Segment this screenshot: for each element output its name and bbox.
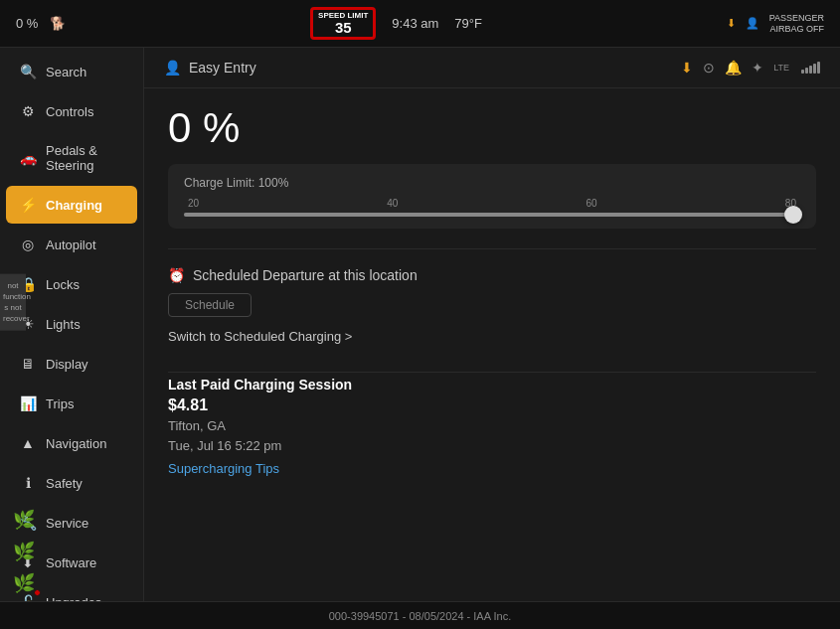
scheduled-title: ⏰ Scheduled Departure at this location	[168, 267, 816, 283]
divider-2	[168, 372, 816, 373]
sidebar-label-lights: Lights	[46, 317, 81, 332]
last-session-amount: $4.81	[168, 396, 816, 414]
slider-mark-40: 40	[387, 198, 398, 209]
scheduled-title-text: Scheduled Departure at this location	[193, 267, 418, 283]
current-time: 9:43 am	[392, 16, 438, 31]
easy-entry-label: Easy Entry	[189, 60, 256, 76]
lte-label: LTE	[773, 63, 789, 73]
last-session-location: Tifton, GA Tue, Jul 16 5:22 pm	[168, 416, 816, 455]
bell-icon[interactable]: 🔔	[725, 60, 742, 76]
status-right: ⬇ 👤 PASSENGERAIRBAG OFF	[727, 13, 824, 35]
schedule-tab[interactable]: Schedule	[168, 293, 252, 317]
clock-icon: ⏰	[168, 267, 185, 283]
footer: 000-39945071 - 08/05/2024 - IAA Inc.	[0, 601, 840, 629]
last-session-section: Last Paid Charging Session $4.81 Tifton,…	[168, 377, 816, 476]
sidebar-item-display[interactable]: 🖥 Display	[6, 345, 137, 383]
charge-slider-labels: 20 40 60 80	[184, 198, 800, 209]
status-bar: 0 % 🐕 SPEED LIMIT 35 9:43 am 79°F ⬇ 👤 PA…	[0, 0, 840, 48]
sidebar-label-search: Search	[46, 65, 86, 79]
sidebar-label-upgrades: Upgrades	[46, 595, 101, 602]
easy-entry-header: 👤 Easy Entry ⬇ ⊙ 🔔 ✦ LTE	[144, 48, 840, 88]
charge-percent: 0 %	[168, 104, 816, 152]
switch-charging-label: Switch to Scheduled Charging >	[168, 329, 352, 344]
last-session-city: Tifton, GA	[168, 418, 226, 433]
pedals-icon: 🚗	[20, 150, 36, 166]
sidebar-item-search[interactable]: 🔍 Search	[6, 53, 137, 90]
sidebar-label-charging: Charging	[46, 198, 102, 213]
bottom-icon-1[interactable]: 🌿	[6, 506, 42, 534]
charging-content: 0 % Charge Limit: 100% 20 40 60 80	[144, 88, 840, 492]
sidebar-label-pedals: Pedals & Steering	[46, 143, 123, 173]
temperature: 79°F	[454, 16, 482, 31]
main-panel: 👤 Easy Entry ⬇ ⊙ 🔔 ✦ LTE 0 %	[144, 48, 840, 601]
bottom-icon-3[interactable]: 🌿	[6, 569, 42, 597]
sidebar-label-autopilot: Autopilot	[46, 237, 96, 252]
charge-limit-section: Charge Limit: 100% 20 40 60 80	[168, 164, 816, 229]
sidebar-item-safety[interactable]: ℹ Safety	[6, 464, 137, 502]
passenger-airbag-status: PASSENGERAIRBAG OFF	[769, 13, 824, 35]
footer-text: 000-39945071 - 08/05/2024 - IAA Inc.	[329, 610, 511, 622]
sidebar-label-navigation: Navigation	[46, 436, 106, 451]
speed-limit-value: 35	[318, 20, 368, 35]
dog-mode-icon: 🐕	[50, 16, 66, 31]
sidebar-label-locks: Locks	[46, 277, 80, 292]
sidebar-label-display: Display	[46, 357, 88, 372]
slider-mark-20: 20	[188, 198, 199, 209]
person-icon: 👤	[746, 17, 759, 30]
sidebar-label-controls: Controls	[46, 104, 93, 119]
main-content: 🔍 Search ⚙ Controls 🚗 Pedals & Steering …	[0, 48, 840, 601]
download-orange-icon[interactable]: ⬇	[681, 60, 693, 76]
sidebar-item-autopilot[interactable]: ◎ Autopilot	[6, 226, 137, 263]
sun-icon[interactable]: ✦	[752, 60, 763, 76]
charge-slider-thumb[interactable]	[784, 206, 802, 224]
easy-entry-icons: ⬇ ⊙ 🔔 ✦ LTE	[681, 60, 820, 76]
sidebar-label-trips: Trips	[46, 396, 74, 411]
sidebar-item-pedals[interactable]: 🚗 Pedals & Steering	[6, 132, 137, 184]
easy-entry-left: 👤 Easy Entry	[164, 60, 256, 76]
status-center: SPEED LIMIT 35 9:43 am 79°F	[310, 7, 482, 40]
last-session-date: Tue, Jul 16 5:22 pm	[168, 438, 281, 453]
sidebar-label-software: Software	[46, 555, 96, 570]
charge-slider-track[interactable]	[184, 213, 800, 217]
trips-icon: 📊	[20, 395, 36, 411]
speed-limit-sign: SPEED LIMIT 35	[310, 7, 376, 40]
sidebar-label-service: Service	[46, 516, 88, 531]
slider-mark-60: 60	[587, 198, 597, 209]
charging-icon: ⚡	[20, 197, 36, 213]
red-indicator	[34, 589, 41, 596]
download-icon: ⬇	[727, 17, 736, 30]
autopilot-icon: ◎	[20, 236, 36, 252]
switch-charging-button[interactable]: Switch to Scheduled Charging >	[168, 329, 816, 344]
supercharging-tips-link[interactable]: Supercharging Tips	[168, 461, 816, 476]
search-icon: 🔍	[20, 64, 36, 79]
navigation-icon: ▲	[20, 435, 36, 451]
person-icon: 👤	[164, 60, 181, 76]
sidebar-item-navigation[interactable]: ▲ Navigation	[6, 424, 137, 462]
sidebar-item-controls[interactable]: ⚙ Controls	[6, 92, 137, 130]
display-icon: 🖥	[20, 356, 36, 372]
bottom-icon-2[interactable]: 🌿	[6, 538, 42, 565]
sidebar-item-trips[interactable]: 📊 Trips	[6, 385, 137, 422]
sidebar-label-safety: Safety	[46, 476, 83, 491]
warning-overlay: not functions not recover	[0, 273, 26, 330]
charge-slider-fill	[184, 213, 800, 217]
signal-bars	[801, 62, 820, 74]
scheduled-departure-section: ⏰ Scheduled Departure at this location S…	[168, 253, 816, 368]
settings-icon[interactable]: ⊙	[703, 60, 715, 76]
divider-1	[168, 248, 816, 249]
safety-icon: ℹ	[20, 475, 36, 491]
charge-limit-label: Charge Limit: 100%	[184, 176, 800, 190]
controls-icon: ⚙	[20, 103, 36, 119]
status-left: 0 % 🐕	[16, 16, 66, 31]
sidebar-item-charging[interactable]: ⚡ Charging	[6, 186, 137, 224]
bottom-left-icons: 🌿 🌿 🌿	[6, 506, 42, 597]
last-session-title: Last Paid Charging Session	[168, 377, 816, 393]
battery-percent: 0 %	[16, 16, 38, 31]
